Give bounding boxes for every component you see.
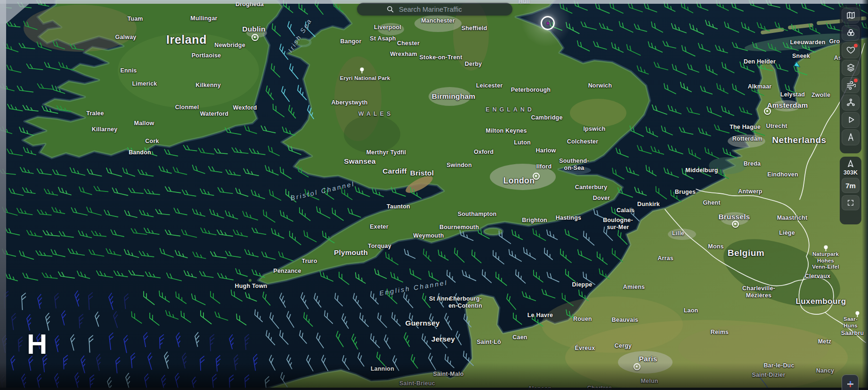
map-style-button[interactable] bbox=[842, 8, 860, 24]
zoom-in-button[interactable] bbox=[842, 374, 859, 390]
marinetraffic-map-app: DroghedaTuamMullingarDublinGalwayIreland… bbox=[0, 0, 868, 390]
measure-button[interactable] bbox=[842, 129, 860, 146]
network-icon bbox=[846, 97, 856, 107]
compass-icon bbox=[846, 132, 856, 142]
notification-badge bbox=[854, 44, 858, 48]
high-pressure-marker: H bbox=[27, 330, 47, 358]
map-canvas[interactable] bbox=[0, 0, 868, 390]
play-icon bbox=[846, 115, 856, 125]
search-bar[interactable] bbox=[357, 3, 512, 16]
notification-badge bbox=[854, 79, 858, 82]
plus-icon bbox=[847, 381, 853, 387]
station-count-label: 303K bbox=[844, 169, 858, 176]
search-input[interactable] bbox=[398, 5, 503, 14]
compass-needle-icon[interactable] bbox=[845, 159, 856, 169]
nav-status-panel: 303K 7m bbox=[840, 157, 861, 224]
connections-button[interactable] bbox=[842, 95, 860, 111]
range-scale-button[interactable]: 7m bbox=[842, 178, 860, 193]
playback-button[interactable] bbox=[842, 112, 860, 128]
search-icon bbox=[386, 5, 394, 13]
range-scale-label: 7m bbox=[845, 182, 856, 190]
weather-button[interactable] bbox=[842, 77, 860, 94]
layers-button[interactable] bbox=[842, 60, 860, 76]
map-tools-sidebar bbox=[840, 5, 861, 153]
fullscreen-icon bbox=[847, 199, 854, 207]
favorites-button[interactable] bbox=[842, 42, 860, 59]
map-icon bbox=[846, 10, 856, 20]
venn-icon bbox=[846, 28, 856, 38]
filters-button[interactable] bbox=[842, 25, 860, 41]
layers-icon bbox=[846, 63, 856, 72]
fullscreen-button[interactable] bbox=[842, 195, 860, 210]
